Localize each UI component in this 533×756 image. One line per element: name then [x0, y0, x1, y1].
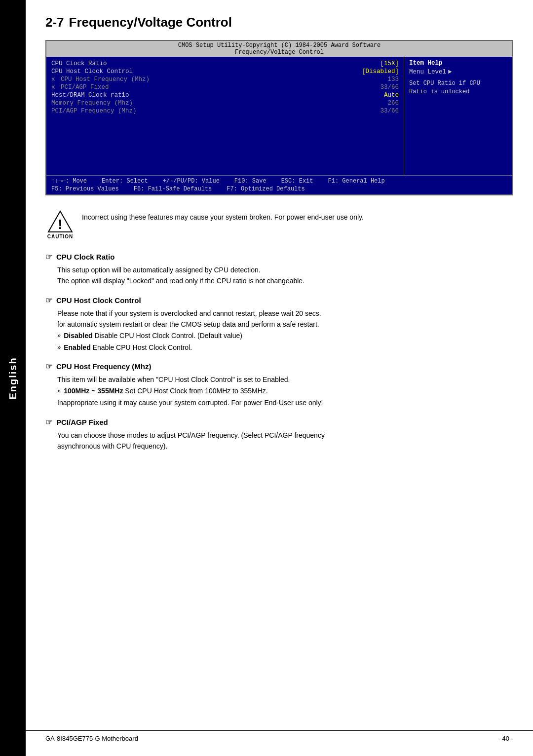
bios-item: Host/DRAM Clock ratioAuto: [51, 91, 399, 99]
bios-body: CPU Clock Ratio[15X]CPU Host Clock Contr…: [46, 57, 512, 175]
bios-nav-exit: ESC: Exit: [281, 178, 313, 185]
bios-item: PCI/AGP Frequency (Mhz)33/66: [51, 107, 399, 115]
bios-footer-row-2: F5: Previous Values F6: Fail-Safe Defaul…: [51, 186, 507, 192]
section-title-cpu-clock-ratio: ☞CPU Clock Ratio: [45, 252, 513, 262]
section-cpu-host-frequency: ☞CPU Host Frequency (Mhz)This item will …: [45, 362, 513, 408]
bios-nav-move: ↑↓→←: Move: [51, 178, 87, 185]
bullet-icon: »: [57, 331, 61, 341]
section-arrow-icon: ☞: [45, 362, 52, 371]
bios-item: CPU Clock Ratio[15X]: [51, 60, 399, 68]
bullet-icon: »: [57, 342, 61, 353]
section-paragraph-after: Inappropriate using it may cause your sy…: [57, 397, 513, 408]
section-cpu-host-clock-control: ☞CPU Host Clock ControlPlease note that …: [45, 296, 513, 353]
section-paragraph: Please note that if your system is overc…: [57, 308, 513, 319]
bios-help-menu: Menu Level ►: [409, 69, 507, 76]
bios-title-line1: CMOS Setup Utility-Copyright (C) 1984-20…: [46, 42, 512, 49]
title-text: Frequency/Voltage Control: [69, 15, 232, 30]
bios-item: CPU Host Clock Control[Disabled]: [51, 68, 399, 76]
section-body-cpu-host-frequency: This item will be available when "CPU Ho…: [45, 374, 513, 408]
section-title-text: CPU Clock Ratio: [56, 253, 114, 261]
page-title: 2-7Frequency/Voltage Control: [45, 15, 513, 30]
svg-text:!: !: [58, 217, 62, 232]
section-arrow-icon: ☞: [45, 296, 52, 305]
section-body-cpu-host-clock-control: Please note that if your system is overc…: [45, 308, 513, 353]
caution-section: ! CAUTION Incorrect using these features…: [45, 207, 513, 242]
section-title-text: CPU Host Clock Control: [56, 296, 141, 304]
bios-footer-row-1: ↑↓→←: Move Enter: Select +/-/PU/PD: Valu…: [51, 178, 507, 185]
bios-title-bar: CMOS Setup Utility-Copyright (C) 1984-20…: [46, 41, 512, 57]
bios-item: Memory Frequency (Mhz)266: [51, 99, 399, 107]
footer-right: - 40 -: [498, 735, 513, 742]
bios-left: CPU Clock Ratio[15X]CPU Host Clock Contr…: [46, 57, 404, 175]
section-title-cpu-host-clock-control: ☞CPU Host Clock Control: [45, 296, 513, 305]
section-body-cpu-clock-ratio: This setup option will be automatically …: [45, 265, 513, 287]
bios-nav-optimized: F7: Optimized Defaults: [227, 186, 305, 192]
main-content: 2-7Frequency/Voltage Control CMOS Setup …: [26, 0, 533, 480]
footer-left: GA-8I845GE775-G Motherboard: [45, 735, 138, 742]
caution-text: Incorrect using these features may cause…: [82, 210, 364, 221]
section-paragraph: for automatic system restart or clear th…: [57, 319, 513, 330]
bios-nav-help: F1: General Help: [328, 178, 384, 185]
section-paragraph: The option will display "Locked" and rea…: [57, 275, 513, 286]
bios-menu-level-label: Menu Level: [409, 69, 446, 76]
caution-label: CAUTION: [47, 234, 74, 239]
section-body-pci-agp-fixed: You can choose those modes to adjust PCI…: [45, 430, 513, 452]
bios-help-text: Set CPU Ratio if CPURatio is unlocked: [409, 79, 507, 96]
bios-screen: CMOS Setup Utility-Copyright (C) 1984-20…: [45, 40, 513, 195]
bullet-icon: »: [57, 386, 61, 396]
bullet-item: »Disabled Disable CPU Host Clock Control…: [57, 330, 513, 341]
bullet-text: 100MHz ~ 355MHz Set CPU Host Clock from …: [64, 385, 268, 396]
bios-nav-prev: F5: Previous Values: [51, 186, 119, 192]
section-title-pci-agp-fixed: ☞PCI/AGP Fixed: [45, 417, 513, 427]
section-paragraph: asynchronous with CPU frequency).: [57, 441, 513, 452]
bios-menu-level-arrow: ►: [448, 69, 452, 76]
bullet-item: »Enabled Enable CPU Host Clock Control.: [57, 342, 513, 353]
bios-nav-failsafe: F6: Fail-Safe Defaults: [134, 186, 212, 192]
bullet-item: »100MHz ~ 355MHz Set CPU Host Clock from…: [57, 385, 513, 396]
bios-nav-save: F10: Save: [234, 178, 266, 185]
bios-title-line2: Frequency/Voltage Control: [46, 49, 512, 56]
section-title-text: PCI/AGP Fixed: [56, 418, 108, 426]
section-paragraph: This setup option will be automatically …: [57, 265, 513, 275]
section-arrow-icon: ☞: [45, 252, 52, 262]
caution-icon: ! CAUTION: [45, 210, 75, 239]
bios-right: Item Help Menu Level ► Set CPU Ratio if …: [404, 57, 512, 175]
bios-item: x PCI/AGP Fixed33/66: [51, 83, 399, 91]
bios-item: x CPU Host Frequency (Mhz)133: [51, 76, 399, 83]
bios-nav-select: Enter: Select: [102, 178, 148, 185]
section-arrow-icon: ☞: [45, 417, 52, 427]
bios-help-title: Item Help: [409, 60, 507, 67]
bullet-text: Disabled Disable CPU Host Clock Control.…: [64, 330, 242, 341]
sidebar: English: [0, 0, 26, 756]
section-cpu-clock-ratio: ☞CPU Clock RatioThis setup option will b…: [45, 252, 513, 287]
section-paragraph: This item will be available when "CPU Ho…: [57, 374, 513, 385]
page-footer: GA-8I845GE775-G Motherboard - 40 -: [26, 730, 533, 746]
title-number: 2-7: [45, 15, 64, 30]
section-title-cpu-host-frequency: ☞CPU Host Frequency (Mhz): [45, 362, 513, 371]
sections-container: ☞CPU Clock RatioThis setup option will b…: [45, 252, 513, 452]
bios-footer: ↑↓→←: Move Enter: Select +/-/PU/PD: Valu…: [46, 175, 512, 194]
section-paragraph: You can choose those modes to adjust PCI…: [57, 430, 513, 441]
sidebar-label: English: [7, 357, 19, 399]
bios-nav-value: +/-/PU/PD: Value: [163, 178, 220, 185]
section-pci-agp-fixed: ☞PCI/AGP FixedYou can choose those modes…: [45, 417, 513, 452]
section-title-text: CPU Host Frequency (Mhz): [56, 362, 152, 371]
bullet-text: Enabled Enable CPU Host Clock Control.: [64, 342, 192, 353]
caution-triangle-icon: !: [47, 210, 73, 233]
